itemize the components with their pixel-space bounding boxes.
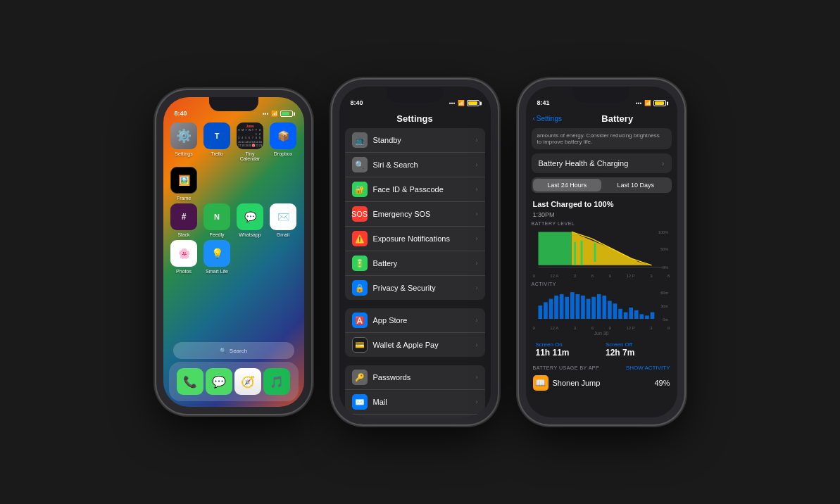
svg-rect-18	[570, 292, 574, 319]
svg-text:50%: 50%	[660, 247, 667, 251]
privacy-chevron: ›	[476, 284, 478, 291]
svg-rect-33	[650, 313, 654, 319]
app-calendar-label: Tiny Calendar	[237, 151, 264, 161]
gmail-icon: ✉️	[270, 203, 296, 230]
svg-rect-28	[623, 313, 627, 319]
charge-time: 1:30PM	[526, 211, 677, 221]
app-frame-label: Frame	[177, 196, 191, 201]
app-feedly[interactable]: N Feedly	[203, 203, 231, 237]
standby-chevron: ›	[476, 137, 478, 144]
exposure-label: Exposure Notifications	[373, 234, 470, 243]
settings-row-contacts[interactable]: 👤 Contacts ›	[345, 415, 485, 417]
battery-chart-label: BATTERY LEVEL	[532, 221, 672, 226]
photos-icon: 🌸	[170, 240, 197, 267]
svg-rect-25	[608, 301, 612, 319]
svg-rect-23	[596, 294, 601, 319]
app-photos[interactable]: 🌸 Photos	[170, 240, 198, 274]
notch-3	[573, 87, 629, 102]
sos-chevron: ›	[476, 210, 478, 218]
back-chevron-icon: ‹	[533, 115, 535, 122]
battery-setting-icon: 🔋	[352, 256, 368, 271]
signal-icon-2: ▪▪▪	[449, 100, 456, 106]
charge-info: Last Charged to 100%	[526, 197, 677, 211]
dock-safari[interactable]: 🧭	[234, 368, 261, 395]
settings-section-2: 🅰️ App Store › 💳 Wallet & Apple Pay ›	[345, 308, 485, 357]
svg-rect-13	[544, 302, 548, 319]
settings-row-appstore[interactable]: 🅰️ App Store ›	[345, 308, 485, 333]
back-label: Settings	[537, 115, 562, 122]
svg-rect-12	[538, 305, 542, 319]
app-dropbox[interactable]: 📦 Dropbox	[270, 122, 297, 161]
app-whatsapp[interactable]: 💬 Whatsapp	[237, 203, 264, 237]
battery-health-row[interactable]: Battery Health & Charging ›	[532, 153, 672, 173]
app-frame[interactable]: 🖼️ Frame	[170, 167, 198, 201]
standby-icon: 📺	[352, 132, 368, 148]
slack-icon: #	[170, 203, 197, 230]
faceid-icon: 🔐	[352, 182, 368, 197]
time-1: 8:40	[175, 110, 187, 117]
wifi-icon-2: 📶	[458, 100, 465, 106]
back-button[interactable]: ‹ Settings	[533, 115, 562, 122]
app-trello-label: Trello	[211, 151, 222, 156]
svg-marker-3	[538, 232, 571, 265]
status-right-2: ▪▪▪ 📶	[449, 100, 479, 106]
screen-on-label: Screen On	[536, 341, 598, 348]
phone-2-screen: 8:40 ▪▪▪ 📶 Settings 📺 Standby ›	[339, 87, 491, 417]
tab-10d[interactable]: Last 10 Days	[601, 179, 670, 191]
battery-health-label: Battery Health & Charging	[539, 159, 629, 168]
phone-1-screen: 8:40 ▪▪▪ 📶 ⚙️ Settings T	[163, 97, 304, 407]
app-usage-name: Shonen Jump	[553, 379, 651, 387]
app-settings[interactable]: ⚙️ Settings	[170, 122, 198, 161]
app-smartlife-label: Smart Life	[206, 269, 228, 274]
app-usage-row[interactable]: 📖 Shonen Jump 49%	[526, 372, 677, 393]
app-smartlife[interactable]: 💡 Smart Life	[203, 240, 231, 274]
settings-row-siri[interactable]: 🔍 Siri & Search ›	[345, 153, 485, 177]
settings-row-privacy[interactable]: 🔒 Privacy & Security ›	[345, 276, 485, 300]
tab-24h[interactable]: Last 24 Hours	[533, 179, 602, 191]
battery-fill-2	[468, 101, 478, 105]
status-right-3: ▪▪▪ 📶	[636, 100, 666, 106]
svg-rect-16	[559, 294, 563, 319]
status-right-1: ▪▪▪ 📶	[263, 111, 293, 117]
settings-row-sos[interactable]: SOS Emergency SOS ›	[345, 202, 485, 227]
battery-chart-section: BATTERY LEVEL 100% 50% 0%	[526, 221, 677, 279]
dock-messages[interactable]: 💬	[206, 368, 232, 395]
siri-chevron: ›	[476, 161, 478, 168]
app-slack[interactable]: # Slack	[170, 203, 198, 237]
svg-rect-20	[581, 296, 585, 319]
battery-page-title: Battery	[565, 113, 670, 124]
svg-rect-24	[602, 296, 606, 319]
siri-icon: 🔍	[352, 157, 368, 172]
battery-icon-2	[467, 100, 479, 106]
passwords-icon: 🔑	[352, 370, 368, 385]
settings-row-mail[interactable]: ✉️ Mail ›	[345, 390, 485, 415]
appstore-chevron: ›	[476, 317, 478, 324]
app-gmail[interactable]: ✉️ Gmail	[270, 203, 297, 237]
svg-rect-26	[613, 303, 617, 319]
settings-row-battery[interactable]: 🔋 Battery ›	[345, 251, 485, 276]
trello-icon: T	[203, 122, 230, 149]
dropbox-icon: 📦	[270, 122, 296, 149]
svg-rect-27	[618, 309, 622, 319]
dock-phone[interactable]: 📞	[177, 368, 203, 395]
settings-row-passwords[interactable]: 🔑 Passwords ›	[345, 365, 485, 390]
frame-icon: 🖼️	[170, 167, 197, 194]
search-bar[interactable]: 🔍 Search	[173, 342, 294, 359]
battery-icon-3	[653, 100, 666, 106]
app-calendar-widget[interactable]: June SMTWTFS 12 3456789 10111213141516 1…	[237, 122, 264, 161]
dock-spotify[interactable]: 🎵	[263, 368, 290, 395]
settings-section-1: 📺 Standby › 🔍 Siri & Search › 🔐 Face ID …	[345, 128, 485, 300]
activity-chart-section: ACTIVITY 60m 30m 0m	[526, 282, 677, 336]
svg-rect-14	[548, 299, 553, 319]
mail-icon: ✉️	[352, 394, 368, 410]
signal-icon: ▪▪▪	[263, 111, 269, 117]
settings-row-wallet[interactable]: 💳 Wallet & Apple Pay ›	[345, 333, 485, 357]
app-trello[interactable]: T Trello	[203, 122, 231, 161]
privacy-label: Privacy & Security	[373, 284, 470, 292]
usage-header: BATTERY USAGE BY APP SHOW ACTIVITY	[526, 363, 677, 372]
passwords-label: Passwords	[373, 373, 470, 382]
settings-row-standby[interactable]: 📺 Standby ›	[345, 128, 485, 153]
settings-row-faceid[interactable]: 🔐 Face ID & Passcode ›	[345, 177, 485, 202]
settings-row-exposure[interactable]: ⚠️ Exposure Notifications ›	[345, 227, 485, 251]
show-activity-button[interactable]: SHOW ACTIVITY	[626, 365, 670, 371]
